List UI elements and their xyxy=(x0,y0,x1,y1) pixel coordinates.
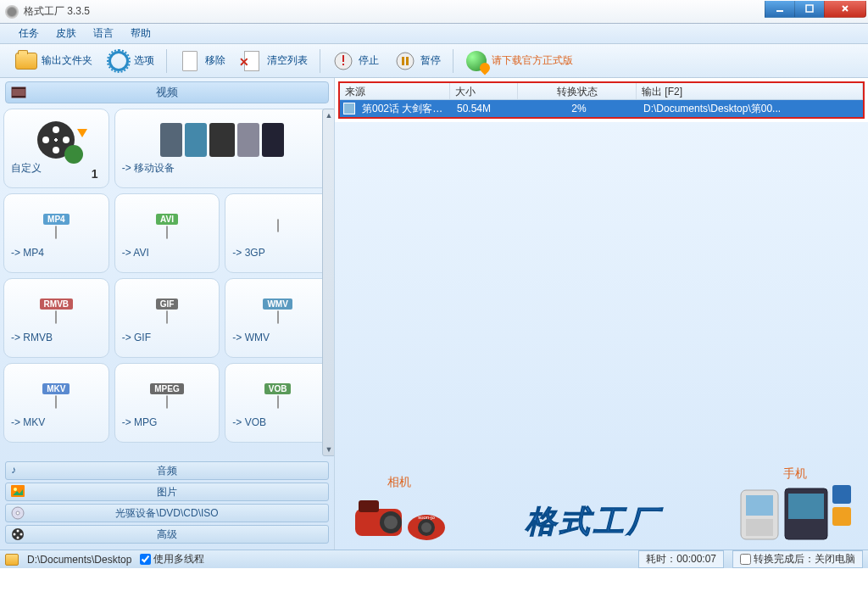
svg-rect-5 xyxy=(342,55,344,62)
stop-icon xyxy=(332,50,354,72)
options-button[interactable]: 选项 xyxy=(101,47,161,75)
document-icon xyxy=(182,51,198,71)
format-tile-AVI[interactable]: AVI-> AVI xyxy=(114,193,220,273)
menu-skin[interactable]: 皮肤 xyxy=(49,24,83,43)
format-tile-VOB[interactable]: VOB-> VOB xyxy=(225,363,331,443)
stop-button[interactable]: 停止 xyxy=(326,47,386,75)
format-tile-MPEG[interactable]: MPEG-> MPG xyxy=(114,363,220,443)
category-audio[interactable]: ♪音频 xyxy=(5,461,329,480)
format-label: -> 3GP xyxy=(225,247,264,259)
globe-icon xyxy=(466,51,487,71)
close-button[interactable] xyxy=(824,1,866,18)
format-tile-WMV[interactable]: WMV-> WMV xyxy=(225,278,331,358)
minimize-button[interactable] xyxy=(765,1,795,18)
scroll-down-icon: ▼ xyxy=(326,445,333,454)
menu-task[interactable]: 任务 xyxy=(12,24,46,43)
multithread-checkbox[interactable]: 使用多线程 xyxy=(140,552,204,566)
camera-icon: suon-jo xyxy=(348,492,450,543)
separator xyxy=(166,49,167,73)
folder-small-icon[interactable] xyxy=(5,554,19,566)
svg-rect-32 xyxy=(746,519,773,536)
format-tile-mobile[interactable]: -> 移动设备 xyxy=(114,109,331,188)
format-tile-custom[interactable]: 自定义1 xyxy=(3,109,109,188)
svg-point-18 xyxy=(17,530,19,533)
svg-point-7 xyxy=(397,53,414,70)
format-tile-GIF[interactable]: GIF-> GIF xyxy=(114,278,220,358)
col-status[interactable]: 转换状态 xyxy=(518,83,637,99)
task-list-highlight: 来源 大小 转换状态 输出 [F2] 第002话 大剑客现... 50.54M … xyxy=(338,81,865,119)
elapsed-time: 耗时：00:00:07 xyxy=(638,550,724,568)
svg-rect-12 xyxy=(12,96,25,98)
row-source: 第002话 大剑客现... xyxy=(357,101,452,117)
folder-icon xyxy=(15,53,37,70)
clear-list-button[interactable]: 清空列表 xyxy=(234,47,314,75)
svg-text:suon-jo: suon-jo xyxy=(418,515,435,520)
camera-device[interactable]: 相机 suon-jo xyxy=(348,475,450,543)
gear-icon xyxy=(108,51,129,71)
category-video-header[interactable]: 视频 xyxy=(5,81,329,103)
format-label: -> MKV xyxy=(4,416,45,428)
app-title: 格式工厂 3.3.5 xyxy=(24,4,765,19)
format-label: 自定义 xyxy=(4,161,42,176)
side-panel: 视频 自定义1-> 移动设备MP4-> MP4AVI-> AVI-> 3GPRM… xyxy=(0,78,335,550)
row-output: D:\Documents\Desktop\第00... xyxy=(638,101,863,117)
svg-rect-6 xyxy=(342,64,344,65)
pause-icon xyxy=(394,50,416,72)
format-tile-MKV[interactable]: MKV-> MKV xyxy=(3,363,109,443)
format-count: 1 xyxy=(92,167,98,181)
category-advanced[interactable]: 高级 xyxy=(5,525,329,544)
format-label: -> GIF xyxy=(115,332,151,343)
toolbar: 输出文件夹 选项 移除 清空列表 停止 暂停 请下载官方正式版 xyxy=(0,44,868,78)
remove-button[interactable]: 移除 xyxy=(172,47,232,75)
format-tile-4[interactable]: -> 3GP xyxy=(225,193,331,273)
col-source[interactable]: 来源 xyxy=(340,83,450,99)
disc-icon xyxy=(11,506,25,520)
format-icon: MP4 xyxy=(43,213,70,238)
output-path[interactable]: D:\Documents\Desktop xyxy=(27,554,131,566)
svg-rect-35 xyxy=(832,485,851,504)
music-icon: ♪ xyxy=(11,464,25,477)
svg-rect-8 xyxy=(402,57,404,65)
menu-language[interactable]: 语言 xyxy=(86,24,120,43)
separator xyxy=(320,49,320,73)
format-grid: 自定义1-> 移动设备MP4-> MP4AVI-> AVI-> 3GPRMVB-… xyxy=(0,105,334,460)
list-panel: 来源 大小 转换状态 输出 [F2] 第002话 大剑客现... 50.54M … xyxy=(335,78,868,550)
arrow-icon xyxy=(77,129,87,137)
picture-icon xyxy=(11,485,25,499)
format-tile-MP4[interactable]: MP4-> MP4 xyxy=(3,193,109,273)
formats-scrollbar[interactable]: ▲▼ xyxy=(322,109,334,456)
format-icon: VOB xyxy=(264,382,292,408)
category-picture[interactable]: 图片 xyxy=(5,483,329,501)
svg-rect-11 xyxy=(12,87,25,89)
menu-help[interactable]: 帮助 xyxy=(124,24,158,43)
maximize-button[interactable] xyxy=(794,1,825,18)
phone-icon xyxy=(736,483,854,543)
video-file-icon xyxy=(343,103,355,114)
format-label: -> 移动设备 xyxy=(115,161,175,176)
phone-device[interactable]: 手机 xyxy=(736,466,854,543)
row-status: 2% xyxy=(520,102,638,115)
task-row[interactable]: 第002话 大剑客现... 50.54M 2% D:\Documents\Des… xyxy=(340,100,863,117)
format-tile-RMVB[interactable]: RMVB-> RMVB xyxy=(3,278,109,358)
main-area: 视频 自定义1-> 移动设备MP4-> MP4AVI-> AVI-> 3GPRM… xyxy=(0,78,868,550)
user-icon xyxy=(64,145,83,164)
download-link[interactable]: 请下载官方正式版 xyxy=(459,47,580,75)
svg-point-25 xyxy=(384,516,398,529)
brand-logo: 格式工厂 xyxy=(526,501,661,543)
svg-point-21 xyxy=(20,533,23,536)
format-label: -> MPG xyxy=(115,416,158,428)
format-icon: MPEG xyxy=(150,382,183,408)
film-reel-icon xyxy=(11,527,25,541)
col-output[interactable]: 输出 [F2] xyxy=(637,83,863,99)
svg-point-20 xyxy=(14,533,16,536)
format-label: -> WMV xyxy=(225,332,270,343)
format-icon: AVI xyxy=(156,213,178,238)
pause-button[interactable]: 暂停 xyxy=(387,47,448,75)
output-folder-button[interactable]: 输出文件夹 xyxy=(8,47,99,75)
col-size[interactable]: 大小 xyxy=(450,83,518,99)
title-bar: 格式工厂 3.3.5 xyxy=(0,0,868,24)
format-icon xyxy=(277,220,279,232)
category-disc[interactable]: 光驱设备\DVD\CD\ISO xyxy=(5,504,329,522)
shutdown-option[interactable]: 转换完成后：关闭电脑 xyxy=(732,550,863,568)
format-label: -> MP4 xyxy=(4,247,44,259)
